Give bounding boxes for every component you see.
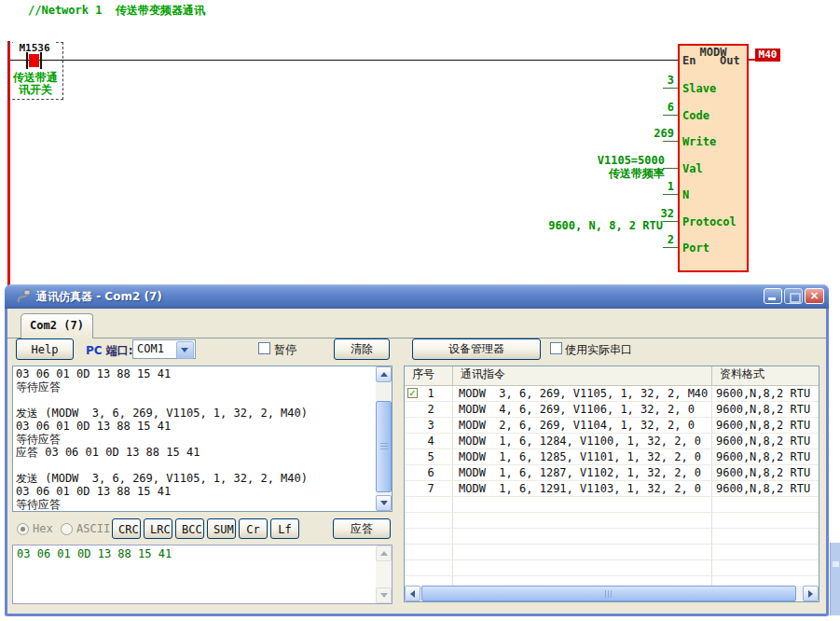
dialog-client: Com2 (7) Help PC 端口: COM1 暂停 清除 设备管理器 使用…	[7, 309, 826, 614]
row-format	[712, 529, 819, 544]
row-number: 4	[421, 434, 440, 448]
row-number: 1	[421, 386, 440, 401]
table-body: ✓1MODW 3, 6, 269, V1105, 1, 32, 2, M4096…	[405, 386, 819, 586]
table-row[interactable]	[405, 513, 819, 529]
pause-label: 暂停	[274, 342, 296, 358]
row-command: MODW 1, 6, 1287, V1102, 1, 32, 2, 0	[453, 465, 712, 480]
crc-button[interactable]: CRC	[112, 518, 141, 539]
scroll-left-button[interactable]	[405, 586, 420, 601]
close-button[interactable]: ×	[805, 288, 824, 304]
modw-input-value-n[interactable]: 1	[668, 180, 674, 193]
row-command: MODW 1, 6, 1284, V1100, 1, 32, 2, 0	[453, 434, 712, 448]
screen: //Network 1 传送带变频器通讯 M1536 传送带通 讯开关 MODW…	[0, 0, 840, 621]
comm-log-panel[interactable]: 03 06 01 0D 13 88 15 41等待应答 发送 (MODW 3, …	[12, 366, 392, 512]
header-seq: 序号	[405, 366, 453, 385]
modw-input-value2-val: 传送带频率	[609, 166, 665, 182]
lf-button[interactable]: Lf	[270, 518, 299, 539]
row-number: 6	[421, 465, 440, 480]
modw-input-value-write[interactable]: 269	[654, 127, 674, 140]
table-row[interactable]	[405, 545, 819, 560]
row-command	[453, 529, 712, 544]
table-row[interactable]	[405, 560, 819, 576]
scroll-up-button[interactable]	[376, 366, 392, 382]
row-format: 9600,N,8,2 RTU	[712, 481, 819, 496]
table-row[interactable]: 7MODW 1, 6, 1291, V1103, 1, 32, 2, 09600…	[405, 481, 819, 497]
use-real-port-checkbox[interactable]	[550, 342, 562, 354]
table-row[interactable]: 5MODW 1, 6, 1285, V1101, 1, 32, 2, 09600…	[405, 449, 819, 465]
cr-button[interactable]: Cr	[239, 518, 268, 539]
row-command: MODW 1, 6, 1291, V1103, 1, 32, 2, 0	[453, 481, 712, 496]
log-line: 等待应答	[16, 380, 375, 393]
log-line: 等待应答	[16, 433, 375, 446]
device-manager-button[interactable]: 设备管理器	[412, 338, 541, 360]
modw-input-value-code[interactable]: 6	[668, 101, 674, 114]
log-line: 03 06 01 0D 13 88 15 41	[16, 367, 375, 380]
modw-input-value2-protocol: 9600, N, 8, 2 RTU	[548, 219, 663, 232]
row-command	[453, 560, 712, 575]
modw-input-value-port[interactable]: 2	[668, 233, 674, 246]
titlebar[interactable]: 通讯仿真器 - Com2 (7) ×	[5, 284, 829, 309]
clear-button[interactable]: 清除	[334, 338, 390, 360]
row-command	[453, 545, 712, 559]
ascii-radio[interactable]	[61, 523, 73, 535]
modw-input-label-code: Code	[682, 109, 709, 122]
table-scroll-thumb[interactable]	[421, 586, 796, 601]
row-command: MODW 1, 6, 1285, V1101, 1, 32, 2, 0	[453, 449, 712, 464]
simulator-window: 通讯仿真器 - Com2 (7) × Com2 (7) Help PC 端口: …	[5, 284, 829, 616]
maximize-button[interactable]	[784, 288, 803, 304]
modw-input-value-val[interactable]: V1105=5000	[598, 154, 665, 167]
ladder-inputs-layer: Slave3Code6Write269ValV1105=5000传送带频率N1P…	[0, 0, 840, 284]
row-format	[712, 513, 819, 528]
modw-input-value-slave[interactable]: 3	[668, 74, 674, 87]
log-scroll-thumb[interactable]	[376, 401, 392, 492]
table-row[interactable]: 6MODW 1, 6, 1287, V1102, 1, 32, 2, 09600…	[405, 465, 819, 481]
hex-input-panel[interactable]: 03 06 01 0D 13 88 15 41	[12, 545, 392, 604]
table-row[interactable]: 2MODW 4, 6, 269, V1106, 1, 32, 2, 09600,…	[405, 402, 819, 418]
arrow-up-icon	[376, 545, 392, 561]
row-format: 9600,N,8,2 RTU	[712, 465, 819, 480]
log-line: 发送 (MODW 3, 6, 269, V1105, 1, 32, 2, M40…	[16, 472, 375, 485]
modw-input-value-protocol[interactable]: 32	[661, 207, 674, 220]
tab-com2[interactable]: Com2 (7)	[21, 313, 93, 338]
header-command: 通讯指令	[453, 366, 712, 385]
port-label: 端口:	[106, 344, 133, 357]
modw-input-label-n: N	[682, 188, 689, 201]
log-line: 等待应答	[16, 498, 375, 510]
table-row[interactable]: 3MODW 2, 6, 269, V1104, 1, 32, 2, 09600,…	[405, 418, 819, 434]
row-command	[453, 513, 712, 528]
modw-input-label-write: Write	[682, 135, 716, 148]
scroll-right-button[interactable]	[803, 586, 819, 601]
minimize-button[interactable]	[764, 288, 782, 304]
log-line: 03 06 01 0D 13 88 15 41	[16, 485, 375, 498]
scroll-down-button[interactable]	[376, 495, 392, 511]
row-checkbox-checked[interactable]: ✓	[407, 388, 418, 398]
table-header: 序号 通讯指令 资料格式	[405, 366, 819, 386]
table-row[interactable]	[405, 529, 819, 545]
row-number: 7	[421, 481, 440, 496]
arrow-right-icon	[808, 590, 813, 598]
table-row[interactable]: ✓1MODW 3, 6, 269, V1105, 1, 32, 2, M4096…	[405, 386, 819, 402]
arrow-down-icon	[380, 501, 388, 505]
row-number: 2	[421, 402, 440, 417]
table-hscrollbar[interactable]	[405, 586, 819, 601]
row-format: 9600,N,8,2 RTU	[712, 418, 819, 433]
modw-input-label-protocol: Protocol	[682, 215, 737, 228]
row-format: 9600,N,8,2 RTU	[712, 449, 819, 464]
modw-input-label-slave: Slave	[682, 82, 716, 95]
lrc-button[interactable]: LRC	[144, 518, 172, 539]
sum-button[interactable]: SUM	[207, 518, 236, 539]
hex-radio[interactable]	[17, 523, 29, 535]
bcc-button[interactable]: BCC	[175, 518, 204, 539]
help-button[interactable]: Help	[16, 338, 74, 360]
table-row[interactable]: 4MODW 1, 6, 1284, V1100, 1, 32, 2, 09600…	[405, 434, 819, 449]
log-scrollbar[interactable]	[376, 366, 392, 511]
ascii-label: ASCII	[76, 522, 110, 535]
com-port-select[interactable]: COM1	[132, 339, 196, 359]
row-format	[712, 545, 819, 559]
combo-dropdown-button[interactable]	[176, 341, 194, 359]
answer-button[interactable]: 应答	[333, 518, 391, 539]
row-format: 9600,N,8,2 RTU	[712, 402, 819, 417]
arrow-left-icon	[410, 590, 415, 598]
pause-checkbox[interactable]	[258, 342, 270, 354]
table-row[interactable]	[405, 497, 819, 513]
